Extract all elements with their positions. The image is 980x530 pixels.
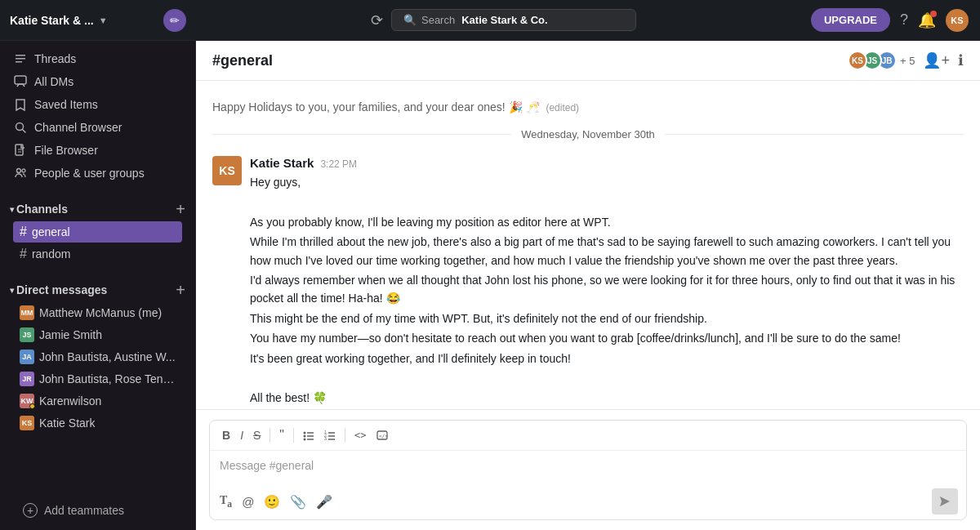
channel-browser-icon (13, 120, 28, 135)
add-channel-icon[interactable]: + (176, 201, 185, 217)
message-editor: B I S " 1.2.3. <> (196, 409, 980, 530)
search-label: Search (421, 14, 455, 26)
member-count: + 5 (900, 55, 915, 67)
add-member-icon[interactable]: 👤+ (923, 51, 950, 69)
code-block-button[interactable]: </> (372, 427, 392, 443)
svg-text:3.: 3. (324, 436, 327, 441)
channel-general[interactable]: # general (13, 221, 182, 243)
workspace-selector[interactable]: Katie Stark & ... ▼ (10, 14, 158, 27)
saved-items-icon (13, 97, 28, 112)
msg-p9: All the best! 🍀 (250, 389, 964, 407)
add-teammates-label: Add teammates (44, 504, 124, 517)
message-body: Katie Stark 3:22 PM Hey guys, As you pro… (250, 156, 964, 409)
sidebar-item-channel-browser[interactable]: Channel Browser (3, 116, 192, 139)
dm-avatar-john-r: JR (20, 372, 34, 386)
attach-button[interactable]: 📎 (288, 492, 308, 511)
dm-avatar-john-a: JA (20, 350, 34, 364)
dm-name-jamie: Jamie Smith (39, 328, 102, 341)
msg-p5: This might be the end of my time with WP… (250, 310, 964, 327)
channel-random[interactable]: # random (13, 243, 182, 265)
workspace-section: Katie Stark & ... ▼ ✏ (0, 9, 196, 32)
app-container: Katie Stark & ... ▼ ✏ ⟳ 🔍 Search Katie S… (0, 0, 980, 530)
dm-john-rose[interactable]: JR John Bautista, Rose Tenn... (13, 368, 182, 390)
channel-hash-icon-2: # (20, 247, 27, 261)
compose-button[interactable]: ✏ (163, 9, 186, 32)
toolbar-divider-1 (270, 428, 270, 443)
member-avatar-1: KS (848, 51, 867, 70)
search-icon: 🔍 (403, 14, 416, 26)
dm-john-austine[interactable]: JA John Bautista, Austine W... (13, 346, 182, 367)
dms-section: ▾ Direct messages + MM Matthew McManus (… (0, 272, 195, 436)
message-author: Katie Stark (250, 156, 314, 170)
info-icon[interactable]: ℹ (958, 51, 964, 69)
add-dm-icon[interactable]: + (176, 282, 185, 298)
dm-matthew[interactable]: MM Matthew McManus (me) (13, 302, 182, 323)
text-format-button[interactable]: Ta (218, 492, 234, 511)
file-browser-icon (13, 143, 28, 158)
member-avatars[interactable]: KS JS JB + 5 (848, 51, 915, 70)
dms-header[interactable]: ▾ Direct messages + (10, 278, 185, 301)
sidebar-item-file-browser[interactable]: File Browser (3, 139, 192, 162)
dm-karenwilson[interactable]: KW Karenwilson (13, 390, 182, 412)
message-time: 3:22 PM (320, 158, 357, 170)
bold-button[interactable]: B (218, 426, 234, 444)
chat-header: #general KS JS JB + 5 👤+ ℹ (196, 41, 980, 81)
strikethrough-button[interactable]: S (249, 426, 265, 444)
svg-point-6 (304, 432, 306, 434)
emoji-button[interactable]: 🙂 (262, 492, 282, 511)
code-button[interactable]: <> (350, 427, 370, 443)
threads-icon (13, 51, 28, 66)
help-icon[interactable]: ? (900, 11, 908, 29)
mention-button[interactable]: @ (240, 493, 256, 510)
sidebar: Threads All DMs Saved Items (0, 41, 196, 530)
editor-box: B I S " 1.2.3. <> (209, 420, 967, 520)
audio-button[interactable]: 🎤 (314, 492, 334, 511)
topbar: Katie Stark & ... ▼ ✏ ⟳ 🔍 Search Katie S… (0, 0, 980, 41)
holiday-message: Happy Holidays to you, your families, an… (212, 94, 964, 117)
chat-title: #general (212, 52, 273, 69)
dm-jamie[interactable]: JS Jamie Smith (13, 324, 182, 345)
holiday-text: Happy Holidays to you, your families, an… (212, 100, 540, 114)
dm-katie[interactable]: KS Katie Stark (13, 412, 182, 434)
search-bar[interactable]: 🔍 Search Katie Stark & Co. (391, 9, 636, 31)
sidebar-item-people-groups[interactable]: People & user groups (3, 162, 192, 185)
chat-header-right: KS JS JB + 5 👤+ ℹ (848, 51, 964, 70)
toolbar-divider-3 (345, 428, 345, 443)
editor-toolbar: B I S " 1.2.3. <> (210, 421, 966, 451)
upgrade-button[interactable]: UPGRADE (811, 8, 890, 32)
notifications-icon[interactable]: 🔔 (918, 11, 936, 29)
bullet-list-button[interactable] (299, 427, 318, 443)
channels-header[interactable]: ▾ Channels + (10, 198, 185, 220)
message-avatar: KS (212, 156, 242, 185)
message-input[interactable]: Message #general (210, 451, 966, 483)
quote-button[interactable]: " (275, 425, 288, 445)
notif-dot (930, 11, 937, 17)
sidebar-item-threads[interactable]: Threads (3, 47, 192, 70)
history-icon[interactable]: ⟳ (371, 11, 383, 29)
dm-avatar-karen: KW (20, 394, 34, 408)
dms-chevron-icon: ▾ (10, 286, 14, 295)
dm-avatar-jamie: JS (20, 327, 34, 342)
channel-hash-icon: # (20, 225, 27, 239)
sidebar-item-saved-items[interactable]: Saved Items (3, 93, 192, 116)
saved-items-label: Saved Items (34, 98, 98, 111)
dm-name-john-r: John Bautista, Rose Tenn... (39, 372, 176, 385)
sidebar-item-all-dms[interactable]: All DMs (3, 70, 192, 93)
send-button[interactable] (932, 488, 958, 514)
chat-panel: #general KS JS JB + 5 👤+ ℹ Happy Holiday… (196, 41, 980, 530)
topbar-center: ⟳ 🔍 Search Katie Stark & Co. (196, 9, 811, 31)
file-browser-label: File Browser (34, 144, 98, 157)
italic-button[interactable]: I (236, 426, 247, 444)
svg-rect-0 (15, 76, 26, 84)
add-teammates-button[interactable]: + Add teammates (13, 499, 182, 522)
msg-p7: It's been great working together, and I'… (250, 350, 964, 367)
all-dms-label: All DMs (34, 75, 74, 88)
ordered-list-button[interactable]: 1.2.3. (320, 427, 340, 443)
svg-text:</>: </> (379, 433, 388, 439)
msg-p4: I'd always remember when we all thought … (250, 271, 964, 308)
msg-p2: As you probably know, I'll be leaving my… (250, 213, 964, 231)
dm-avatar-katie: KS (20, 416, 34, 430)
user-avatar[interactable]: KS (946, 9, 969, 32)
workspace-name: Katie Stark & ... (10, 14, 94, 27)
message-katie: KS Katie Stark 3:22 PM Hey guys, As you … (212, 151, 964, 409)
